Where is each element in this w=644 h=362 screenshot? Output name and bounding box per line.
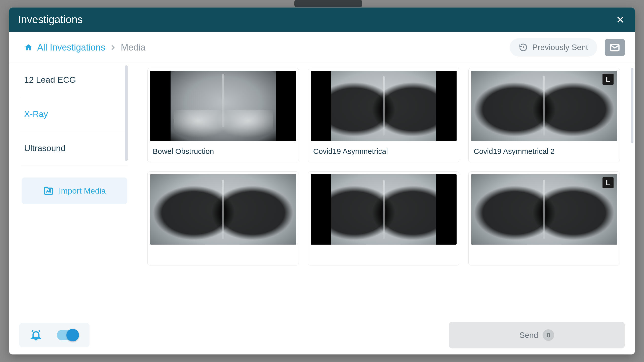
category-item-ultrasound[interactable]: Ultrasound [22,131,127,165]
media-label [308,247,459,265]
media-thumbnail [150,71,296,141]
import-media-label: Import Media [59,186,106,196]
category-item-xray[interactable]: X-Ray [22,97,127,131]
media-card[interactable] [308,171,459,265]
breadcrumb-root[interactable]: All Investigations [37,42,105,53]
background-tab-hint [294,0,362,7]
thumbnail-letterbox [311,71,457,141]
import-media-icon [43,186,54,196]
thumbnail-letterbox [150,71,296,141]
thumbnail-letterbox [311,174,457,245]
close-icon [616,15,625,24]
svg-point-1 [49,189,50,190]
home-icon[interactable] [24,43,33,52]
alert-toggle[interactable] [57,330,78,340]
previously-sent-button[interactable]: Previously Sent [510,38,597,57]
history-icon [519,43,528,52]
breadcrumb: All Investigations Media [24,42,145,53]
media-label [148,247,299,265]
sidebar-scrollbar[interactable] [125,65,128,161]
media-card[interactable]: L Covid19 Asymmetrical 2 [468,68,620,162]
modal-footer: Send 0 [9,317,635,354]
media-label [469,247,620,265]
media-card[interactable] [147,171,299,265]
modal-body: 12 Lead ECG X-Ray Ultrasound Import Medi… [9,63,635,317]
l-marker: L [602,177,614,188]
media-thumbnail: L [471,71,617,141]
import-media-button[interactable]: Import Media [22,177,127,204]
media-label: Bowel Obstruction [148,144,299,162]
l-marker: L [602,74,614,85]
alert-toggle-panel [19,323,90,347]
media-card[interactable]: Bowel Obstruction [147,68,299,162]
send-button[interactable]: Send 0 [449,322,625,348]
send-label: Send [519,331,538,340]
investigations-modal: Investigations All Investigations Media [9,8,635,354]
media-card[interactable]: L [468,171,620,265]
send-count-badge: 0 [543,329,554,341]
media-grid: Bowel Obstruction Covid19 Asymmetrical L… [147,68,627,265]
media-label: Covid19 Asymmetrical 2 [469,144,620,162]
sidebar: 12 Lead ECG X-Ray Ultrasound Import Medi… [9,63,137,317]
bell-icon [30,329,42,341]
previously-sent-label: Previously Sent [532,43,588,52]
category-item-ecg[interactable]: 12 Lead ECG [22,63,127,97]
media-label: Covid19 Asymmetrical [308,144,459,162]
toolbar-right: Previously Sent [510,38,625,57]
breadcrumb-current: Media [121,42,145,53]
media-thumbnail: L [471,174,617,245]
grid-scrollbar[interactable] [631,68,633,143]
mail-button[interactable] [605,39,625,56]
media-thumbnail [150,174,296,245]
toolbar: All Investigations Media Previously Sent [9,32,635,63]
media-thumbnail [311,174,457,245]
chevron-right-icon [110,44,116,51]
close-button[interactable] [615,14,626,25]
mail-icon [609,42,620,53]
toggle-knob [66,329,79,341]
modal-header: Investigations [9,8,635,32]
category-list: 12 Lead ECG X-Ray Ultrasound [22,63,127,165]
media-thumbnail [311,71,457,141]
media-card[interactable]: Covid19 Asymmetrical [308,68,459,162]
modal-title: Investigations [18,14,83,26]
media-grid-wrap: Bowel Obstruction Covid19 Asymmetrical L… [137,63,635,317]
